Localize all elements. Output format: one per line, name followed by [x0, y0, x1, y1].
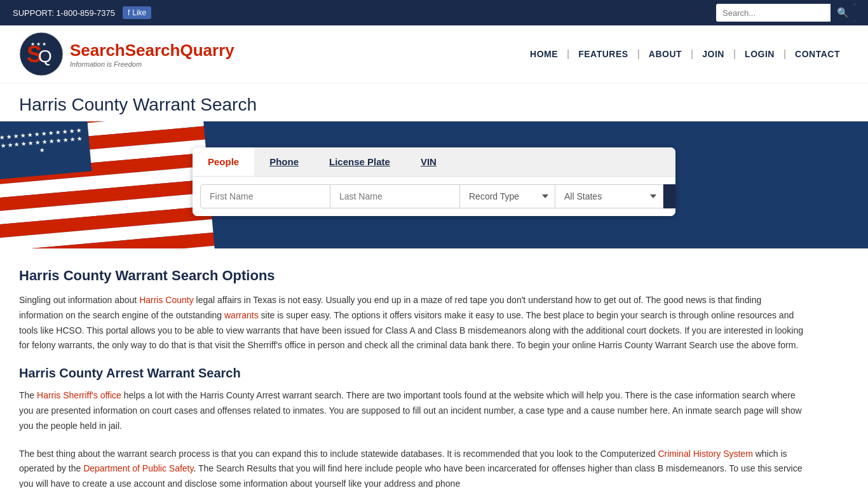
page-title-area: Harris County Warrant Search [0, 83, 868, 121]
top-bar: SUPPORT: 1-800-859-7375 f Like 🔍 [0, 0, 868, 25]
nav-contact[interactable]: CONTACT [786, 49, 849, 59]
tab-license-plate[interactable]: License Plate [314, 147, 405, 176]
top-search-input[interactable] [716, 5, 831, 21]
dps-link[interactable]: Department of Public Safety [83, 463, 193, 473]
logo-tagline: Information is Freedom [70, 60, 234, 68]
tab-vin[interactable]: VIN [405, 147, 452, 176]
main-nav: HOME | FEATURES | ABOUT | JOIN | LOGIN |… [521, 48, 849, 60]
logo-area: S Q ★ ★ ★ SearchSearchQuarry Information… [19, 32, 234, 76]
tab-people[interactable]: People [193, 147, 254, 176]
record-type-select[interactable]: Record Type Warrant Criminal Civil [460, 184, 555, 208]
support-label: SUPPORT: 1-800-859-7375 [13, 8, 115, 18]
section2-title: Harris County Arrest Warrant Search [19, 366, 807, 381]
fb-like-label: Like [132, 8, 146, 17]
top-bar-left: SUPPORT: 1-800-859-7375 f Like [13, 6, 151, 19]
search-button[interactable]: SEARCH [663, 184, 675, 208]
fb-icon: f [128, 8, 130, 17]
top-search-bar[interactable]: 🔍 [716, 4, 855, 22]
section2-paragraph1: The Harris Sherriff's office helps a lot… [19, 388, 807, 433]
page-title: Harris County Warrant Search [19, 95, 849, 115]
search-fields: Record Type Warrant Criminal Civil All S… [193, 177, 675, 216]
top-search-button[interactable]: 🔍 [831, 4, 855, 22]
warrants-link[interactable]: warrants [224, 310, 259, 320]
svg-text:★ ★ ★: ★ ★ ★ [31, 41, 46, 47]
svg-text:Q: Q [38, 46, 52, 66]
nav-home[interactable]: HOME [521, 49, 567, 59]
stars-canton: ★★★★★ ★★★★★ ★★★★★ ★★★★★ ★★★★★ [0, 121, 92, 179]
logo-brand: SearchSearchQuarry [70, 41, 234, 60]
content-area: Harris County Warrant Search Options Sin… [0, 248, 826, 488]
nav-features[interactable]: FEATURES [569, 49, 637, 59]
search-widget: People Phone License Plate VIN Record Ty… [193, 147, 675, 216]
nav-about[interactable]: ABOUT [640, 49, 691, 59]
section1-paragraph1: Singling out information about Harris Co… [19, 293, 807, 353]
first-name-input[interactable] [200, 184, 330, 208]
state-select[interactable]: All States Texas California New York [555, 184, 663, 208]
header: S Q ★ ★ ★ SearchSearchQuarry Information… [0, 25, 868, 83]
tab-phone[interactable]: Phone [254, 147, 314, 176]
last-name-input[interactable] [330, 184, 460, 208]
logo-text: SearchSearchQuarry Information is Freedo… [70, 41, 234, 68]
criminal-history-link[interactable]: Criminal History System [658, 449, 752, 459]
section2-paragraph2: The best thing about the warrant search … [19, 447, 807, 488]
section1-title: Harris County Warrant Search Options [19, 268, 807, 284]
search-tabs: People Phone License Plate VIN [193, 147, 675, 177]
fb-like-button[interactable]: f Like [123, 6, 151, 19]
nav-join[interactable]: JOIN [693, 49, 733, 59]
hero-banner: ★★★★★ ★★★★★ ★★★★★ ★★★★★ ★★★★★ People Pho… [0, 121, 868, 248]
harris-county-link[interactable]: Harris County [139, 295, 194, 305]
logo-icon: S Q ★ ★ ★ [19, 32, 64, 76]
harris-sherriff-link[interactable]: Harris Sherriff's office [37, 390, 121, 400]
nav-login[interactable]: LOGIN [736, 49, 783, 59]
